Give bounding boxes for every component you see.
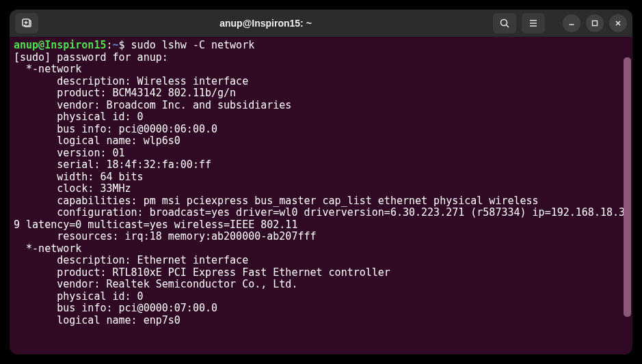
output-line: vendor: Realtek Semiconductor Co., Ltd.: [14, 278, 297, 290]
output-line: product: RTL810xE PCI Express Fast Ether…: [14, 266, 390, 279]
output-line: description: Ethernet interface: [14, 254, 248, 266]
new-tab-button[interactable]: [15, 13, 38, 33]
output-line: capabilities: pm msi pciexpress bus_mast…: [14, 195, 539, 207]
menu-button[interactable]: [522, 13, 545, 33]
output-line: product: BCM43142 802.11b/g/n: [14, 87, 236, 99]
output-line: resources: irq:18 memory:ab200000-ab207f…: [14, 230, 317, 242]
output-line: clock: 33MHz: [14, 182, 131, 195]
output-line: vendor: Broadcom Inc. and subsidiaries: [14, 99, 291, 111]
command-text: [125, 39, 131, 51]
titlebar: anup@Inspiron15: ~: [10, 10, 632, 37]
terminal-window: anup@Inspiron15: ~: [10, 10, 632, 354]
prompt-userhost: anup@Inspiron15: [14, 39, 106, 51]
scrollbar[interactable]: [624, 57, 631, 317]
svg-rect-9: [593, 21, 598, 26]
output-line: logical name: enp7s0: [14, 314, 180, 326]
output-line: physical id: 0: [14, 111, 144, 123]
output-line: width: 64 bits: [14, 171, 144, 183]
output-line: serial: 18:4f:32:fa:00:ff: [14, 158, 211, 171]
output-line: *-network: [14, 63, 81, 75]
maximize-button[interactable]: [586, 14, 604, 32]
output-line: bus info: pci@0000:07:00.0: [14, 302, 217, 314]
minimize-button[interactable]: [563, 14, 580, 32]
titlebar-right: [493, 13, 627, 33]
output-line: [sudo] password for anup:: [14, 51, 168, 64]
output-line: version: 01: [14, 147, 125, 159]
close-button[interactable]: [609, 14, 627, 32]
search-button[interactable]: [493, 13, 516, 33]
svg-line-4: [507, 25, 509, 28]
output-line: description: Wireless interface: [14, 75, 248, 87]
terminal-body[interactable]: anup@Inspiron15:~$ sudo lshw -C network …: [10, 37, 632, 354]
prompt-dollar: $: [119, 39, 125, 51]
command-text: sudo lshw -C network: [131, 39, 255, 51]
output-line: physical id: 0: [14, 290, 144, 303]
output-line: logical name: wlp6s0: [14, 135, 180, 147]
window-title: anup@Inspiron15: ~: [38, 18, 493, 29]
svg-point-3: [501, 20, 507, 26]
output-line: configuration: broadcast=yes driver=wl0 …: [14, 206, 625, 231]
prompt-path: ~: [113, 39, 119, 51]
prompt-colon: :: [106, 39, 112, 51]
output-line: *-network: [14, 242, 81, 255]
titlebar-left: [15, 13, 38, 33]
output-line: bus info: pci@0000:06:00.0: [14, 123, 217, 135]
